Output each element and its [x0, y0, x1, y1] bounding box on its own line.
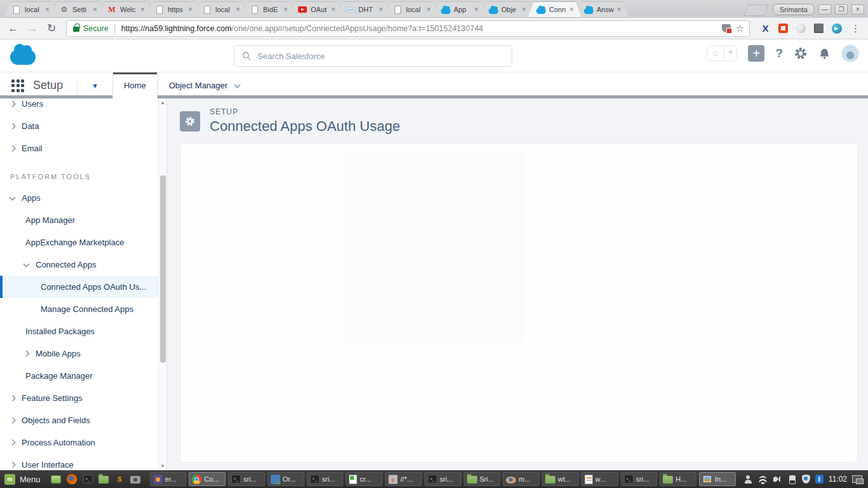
tab-close-icon[interactable]: ×: [377, 6, 384, 13]
sidebar-item-connected-apps[interactable]: Connected Apps: [0, 254, 166, 276]
taskbar-clock[interactable]: 11:02: [829, 475, 847, 484]
favorites-star-icon[interactable]: ☆: [707, 46, 724, 60]
browser-tab[interactable]: local×: [4, 1, 57, 18]
quick-create-button[interactable]: +: [748, 45, 764, 62]
sidebar-item-mobile-apps[interactable]: Mobile Apps: [0, 342, 166, 365]
camera-icon[interactable]: [130, 474, 141, 485]
extension-plane-icon[interactable]: [831, 23, 842, 34]
terminal-icon[interactable]: >_: [83, 474, 93, 485]
new-tab-button[interactable]: [743, 4, 769, 16]
firefox-icon[interactable]: [67, 474, 78, 485]
tab-close-icon[interactable]: ×: [139, 6, 146, 13]
scroll-up-icon[interactable]: ▲: [159, 100, 166, 105]
sidebar-item-email[interactable]: Email: [0, 137, 166, 159]
browser-tab[interactable]: local×: [385, 1, 438, 18]
taskbar-window-button[interactable]: Sri...: [464, 472, 501, 486]
window-close-button[interactable]: ×: [851, 4, 864, 15]
taskbar-window-button[interactable]: >_sri...: [307, 472, 344, 486]
notifications-bell-icon[interactable]: [818, 48, 831, 60]
search-input[interactable]: [257, 51, 504, 61]
sidebar-item-installed-packages[interactable]: Installed Packages: [0, 320, 166, 342]
nav-tab-home[interactable]: Home: [112, 72, 158, 98]
browser-tab[interactable]: local×: [194, 1, 248, 18]
window-maximize-button[interactable]: ❐: [835, 4, 848, 15]
sidebar-item-users[interactable]: Users: [0, 98, 166, 115]
taskbar-window-button[interactable]: er...: [150, 472, 187, 486]
browser-tab[interactable]: Obje×: [480, 1, 534, 18]
sidebar-item-package-manager[interactable]: Package Manager: [0, 365, 166, 387]
tab-close-icon[interactable]: ×: [44, 6, 51, 13]
bookmark-star-icon[interactable]: ☆: [736, 23, 744, 34]
favorites-caret-icon[interactable]: ▾: [724, 46, 736, 60]
scroll-down-icon[interactable]: ▼: [159, 463, 166, 469]
back-button[interactable]: ←: [5, 22, 22, 35]
browser-tab[interactable]: https×: [147, 1, 200, 18]
sidebar-item-apps[interactable]: Apps: [0, 187, 166, 209]
browser-profile-chip[interactable]: Srimanta: [773, 4, 815, 15]
browser-tab[interactable]: Answ×: [576, 1, 629, 18]
window-minimize-button[interactable]: —: [818, 4, 831, 15]
sidebar-item-feature-settings[interactable]: Feature Settings: [0, 387, 166, 409]
bluetooth-icon[interactable]: ᛒ: [815, 475, 824, 484]
extension-square-icon[interactable]: [813, 23, 824, 34]
tab-close-icon[interactable]: ×: [473, 6, 480, 13]
mint-menu-button[interactable]: m Menu: [3, 474, 46, 485]
address-bar[interactable]: Secure | https://na59.lightning.force.co…: [66, 20, 750, 37]
user-icon[interactable]: [743, 475, 753, 484]
tab-close-icon[interactable]: ×: [425, 6, 432, 13]
sidebar-scrollbar[interactable]: ▲ ▼: [158, 98, 166, 470]
taskbar-window-button[interactable]: cr...: [346, 472, 383, 486]
tab-close-icon[interactable]: ×: [568, 6, 575, 13]
sidebar-item-user-interface[interactable]: User Interface: [0, 454, 166, 470]
browser-tab[interactable]: OAut×: [290, 1, 343, 18]
blocked-content-icon[interactable]: [722, 24, 731, 32]
global-search-box[interactable]: [234, 45, 512, 67]
user-avatar[interactable]: [841, 44, 859, 62]
browser-tab[interactable]: App×: [433, 1, 486, 18]
tab-close-icon[interactable]: ×: [616, 6, 623, 13]
taskbar-window-button[interactable]: >_sri...: [228, 472, 265, 486]
help-icon[interactable]: ?: [775, 46, 783, 60]
tab-close-icon[interactable]: ×: [187, 6, 194, 13]
sidebar-item-connected-apps-oauth-us[interactable]: Connected Apps OAuth Us...: [0, 276, 166, 298]
taskbar-window-button[interactable]: Co...: [189, 472, 226, 486]
security-label[interactable]: Secure: [83, 24, 109, 33]
url-text[interactable]: https://na59.lightning.force.com/one/one…: [121, 24, 717, 33]
sublime-icon[interactable]: S: [114, 474, 125, 485]
app-dropdown-icon[interactable]: ▼: [78, 82, 112, 90]
show-desktop-icon[interactable]: [51, 474, 62, 485]
salesforce-logo[interactable]: [10, 44, 36, 65]
taskbar-window-button[interactable]: w...: [581, 472, 618, 486]
tab-close-icon[interactable]: ×: [282, 6, 289, 13]
shield-icon[interactable]: [802, 475, 810, 484]
sidebar-item-app-manager[interactable]: App Manager: [0, 209, 166, 231]
tab-close-icon[interactable]: ×: [234, 6, 241, 13]
tab-close-icon[interactable]: ×: [520, 6, 527, 13]
taskbar-window-button[interactable]: wt...: [542, 472, 579, 486]
sidebar-item-appexchange-marketplace[interactable]: AppExchange Marketplace: [0, 231, 166, 254]
browser-tab[interactable]: Setti×: [51, 1, 105, 18]
workspace-switcher-icon[interactable]: [852, 475, 862, 483]
volume-icon[interactable]: [773, 475, 782, 484]
sidebar-item-objects-and-fields[interactable]: Objects and Fields: [0, 409, 166, 431]
sidebar-item-data[interactable]: Data: [0, 115, 166, 137]
browser-tab[interactable]: Welc×: [99, 1, 153, 18]
browser-tab[interactable]: DHT×: [337, 1, 391, 18]
taskbar-window-button[interactable]: >_sri...: [621, 472, 658, 486]
taskbar-window-button[interactable]: In...: [699, 472, 736, 486]
extension-circle-icon[interactable]: [796, 23, 806, 34]
taskbar-window-button[interactable]: H...: [660, 472, 696, 486]
sidebar-item-process-automation[interactable]: Process Automation: [0, 431, 166, 454]
extension-office-icon[interactable]: [778, 23, 789, 34]
scrollbar-thumb[interactable]: [160, 175, 166, 363]
taskbar-window-button[interactable]: Or...: [268, 472, 304, 486]
tab-close-icon[interactable]: ×: [330, 6, 337, 13]
taskbar-window-button[interactable]: >_sri...: [424, 472, 461, 486]
taskbar-window-button[interactable]: s//*...: [385, 472, 422, 486]
nav-tab-object-manager[interactable]: Object Manager: [158, 72, 252, 98]
tab-close-icon[interactable]: ×: [92, 6, 98, 13]
wifi-icon[interactable]: [758, 475, 768, 484]
sidebar-item-manage-connected-apps[interactable]: Manage Connected Apps: [0, 298, 166, 320]
setup-gear-icon[interactable]: [794, 46, 808, 60]
folder-icon[interactable]: [98, 474, 109, 485]
